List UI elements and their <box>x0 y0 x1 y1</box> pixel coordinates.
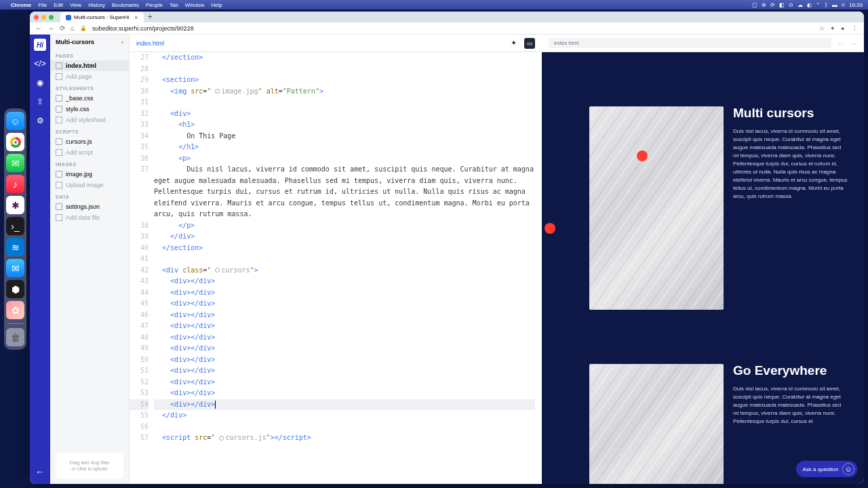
favicon <box>66 15 71 20</box>
preview-back-icon[interactable]: ← <box>837 39 844 47</box>
menu-edit[interactable]: Edit <box>54 2 63 8</box>
magic-wand-icon[interactable]: ✦ <box>508 38 519 49</box>
menu-icon[interactable]: ⋮ <box>852 25 859 32</box>
file-base-css[interactable]: _base.css <box>50 93 129 104</box>
left-rail: Hi </> ◉ ⇧ ⚙ ← <box>30 35 50 484</box>
status-icon[interactable]: ▢ <box>752 2 757 8</box>
dock-vscode[interactable]: ≋ <box>6 238 24 256</box>
dock-trash[interactable]: 🗑 <box>6 328 24 346</box>
project-header: Multi-cursors ‹ <box>50 35 129 49</box>
preview-header: index.html ← → <box>542 35 864 52</box>
status-icon[interactable]: ◧ <box>779 2 785 8</box>
settings-icon[interactable]: ⚙ <box>34 115 46 127</box>
dropzone[interactable]: Drag and drop files or click to upload <box>56 453 123 479</box>
menu-people[interactable]: People <box>146 2 163 8</box>
file-style-css[interactable]: style.css <box>50 104 129 115</box>
dock-terminal[interactable]: ›_ <box>6 217 24 235</box>
eye-icon[interactable]: ◉ <box>34 77 46 89</box>
browser-tab[interactable]: Multi-cursors · SuperHi × <box>60 12 144 22</box>
file-icon <box>56 62 62 69</box>
close-window-button[interactable] <box>34 15 39 20</box>
add-stylesheet-button[interactable]: Add stylesheet <box>50 115 129 125</box>
battery-icon[interactable]: ▬ <box>832 2 837 8</box>
status-icon[interactable]: ⟳ <box>770 2 775 8</box>
upload-image-button[interactable]: Upload image <box>50 180 129 190</box>
add-script-button[interactable]: Add script <box>50 147 129 158</box>
extensions-icon[interactable]: ✦ <box>830 25 837 32</box>
forward-button[interactable]: → <box>47 24 54 32</box>
dock-app[interactable]: ✿ <box>6 301 24 319</box>
url-bar: ← → ⟳ ⌂ 🔒 subeditor.superhi.com/projects… <box>30 22 864 35</box>
file-cursors-js[interactable]: cursors.js <box>50 136 129 147</box>
home-button[interactable]: ⌂ <box>71 24 75 32</box>
preview-section-1: Multi cursors Duis nisl lacus, viverra i… <box>589 106 848 310</box>
chat-button[interactable]: Ask a question ☺ <box>796 461 857 477</box>
profile-icon[interactable]: ● <box>841 25 848 32</box>
minimize-window-button[interactable] <box>41 15 46 20</box>
collapse-sidebar-icon[interactable]: ‹ <box>121 39 123 45</box>
status-icon[interactable]: ☁ <box>797 2 803 8</box>
dock-chrome[interactable] <box>6 133 24 151</box>
dock-music[interactable]: ♪ <box>6 175 24 193</box>
section-pages-label: PAGES <box>50 49 129 60</box>
add-data-file-button[interactable]: Add data file <box>50 212 129 223</box>
star-icon[interactable]: ☆ <box>819 25 826 32</box>
file-settings-json[interactable]: settings.json <box>50 201 129 212</box>
browser-window: Multi-cursors · SuperHi × + ← → ⟳ ⌂ 🔒 su… <box>30 12 864 484</box>
app-menu[interactable]: Chrome <box>11 2 31 8</box>
menu-view[interactable]: View <box>70 2 81 8</box>
preview-body: Multi cursors Duis nisl lacus, viverra i… <box>542 52 864 484</box>
wifi-icon[interactable]: ⌃ <box>816 2 821 8</box>
section-scripts-label: SCRIPTS <box>50 125 129 136</box>
close-tab-icon[interactable]: × <box>134 14 138 21</box>
superhi-logo[interactable]: Hi <box>34 39 46 51</box>
dock-mail[interactable]: ✉ <box>6 259 24 277</box>
code-editor[interactable]: 2728293031323334353637383940414243444546… <box>130 52 542 484</box>
menu-help[interactable]: Help <box>211 2 222 8</box>
url-field[interactable]: subeditor.superhi.com/projects/90228 <box>92 25 814 32</box>
toggle-preview-icon[interactable]: ▭ <box>524 38 535 49</box>
status-icon[interactable]: ⊚ <box>762 2 766 8</box>
dock-slack[interactable]: ✱ <box>6 196 24 214</box>
dock-figma[interactable]: ⬢ <box>6 280 24 298</box>
code-lines[interactable]: </section> <section> <img src=" image.jp… <box>154 52 542 484</box>
menu-window[interactable]: Window <box>185 2 204 8</box>
menu-file[interactable]: File <box>38 2 47 8</box>
file-icon <box>56 171 62 178</box>
line-gutter: 2728293031323334353637383940414243444546… <box>130 52 154 484</box>
status-icon[interactable]: ◐ <box>807 2 812 8</box>
tab-bar: Multi-cursors · SuperHi × + <box>30 12 864 22</box>
preview-url[interactable]: index.html <box>549 38 831 48</box>
preview-forward-icon[interactable]: → <box>850 39 857 47</box>
file-image-jpg[interactable]: image.jpg <box>50 169 129 180</box>
back-button[interactable]: ← <box>35 24 42 32</box>
section-data-label: DATA <box>50 190 129 201</box>
menu-history[interactable]: History <box>88 2 105 8</box>
window-controls <box>34 15 54 20</box>
macos-dock: ☺ ✉ ♪ ✱ ›_ ≋ ✉ ⬢ ✿ 🗑 <box>4 108 26 350</box>
preview-image <box>589 364 724 484</box>
dock-messages[interactable]: ✉ <box>6 154 24 172</box>
control-center-icon[interactable]: ⎚ <box>842 2 845 8</box>
rail-back-icon[interactable]: ← <box>35 466 45 477</box>
maximize-window-button[interactable] <box>49 15 54 20</box>
clock[interactable]: 16:20 <box>849 2 863 8</box>
new-tab-button[interactable]: + <box>148 12 153 22</box>
section-stylesheets-label: STYLESHEETS <box>50 82 129 93</box>
reload-button[interactable]: ⟳ <box>60 24 65 32</box>
code-icon[interactable]: </> <box>34 58 46 70</box>
share-icon[interactable]: ⇧ <box>34 96 46 108</box>
chat-label: Ask a question <box>803 466 838 472</box>
dock-finder[interactable]: ☺ <box>6 112 24 130</box>
menu-bookmarks[interactable]: Bookmarks <box>112 2 139 8</box>
editor-tab-bar: index.html ✦ ▭ <box>130 35 542 52</box>
editor-tab[interactable]: index.html <box>136 40 164 47</box>
status-icon[interactable]: ⊙ <box>789 2 793 8</box>
tab-title: Multi-cursors · SuperHi <box>74 14 129 20</box>
file-sidebar: Multi-cursors ‹ PAGES index.html Add pag… <box>50 35 130 484</box>
file-index-html[interactable]: index.html <box>50 60 129 71</box>
menu-tab[interactable]: Tab <box>170 2 178 8</box>
add-page-button[interactable]: Add page <box>50 71 129 82</box>
lock-icon[interactable]: 🔒 <box>80 25 87 31</box>
bluetooth-icon[interactable]: ᛒ <box>825 2 828 8</box>
